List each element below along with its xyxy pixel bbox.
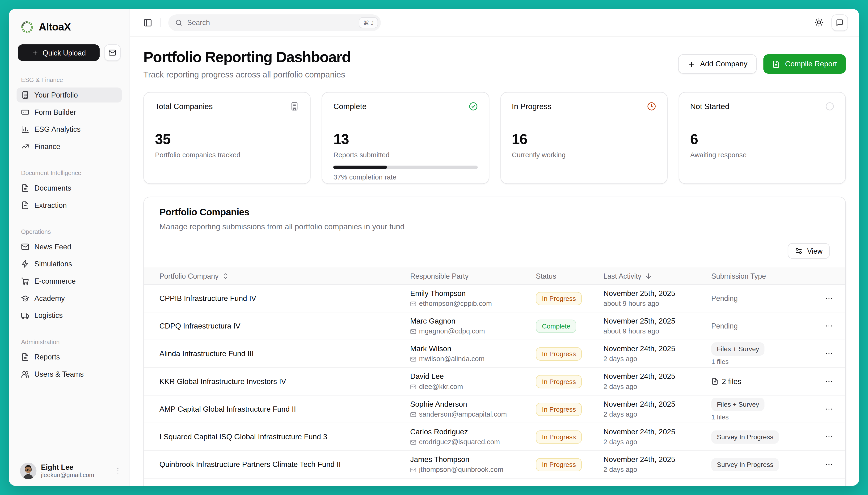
table-row[interactable]: Copenhagen Infrastructure Partners VI La… <box>144 479 845 486</box>
search-icon <box>175 19 183 27</box>
file-text-icon <box>773 60 780 68</box>
app-title: AltoaX <box>39 21 71 33</box>
stat-value: 13 <box>334 131 477 148</box>
quick-upload-label: Quick Upload <box>43 48 86 57</box>
sidebar-item-label: Form Builder <box>34 108 76 116</box>
sidebar-item-logistics[interactable]: Logistics <box>17 308 122 323</box>
page-subtitle: Track reporting progress across all port… <box>143 70 351 79</box>
cart-icon <box>21 277 29 285</box>
trending-up-icon <box>21 142 29 151</box>
plus-icon <box>687 60 695 68</box>
table-row[interactable]: Quinbrook Infrastructure Partners Climat… <box>144 451 845 478</box>
submission-type-pill: Survey In Progress <box>711 485 779 486</box>
sidebar-item-label: News Feed <box>34 242 71 251</box>
user-profile[interactable]: Eight Lee jleekun@gmail.com <box>17 463 122 479</box>
sidebar-item-simulations[interactable]: Simulations <box>17 256 122 271</box>
mail-icon <box>21 242 29 251</box>
sidebar-item-form-builder[interactable]: Form Builder <box>17 105 122 119</box>
sidebar-item-label: Extraction <box>34 201 67 209</box>
status-badge: In Progress <box>536 347 582 360</box>
stat-label: In Progress <box>512 102 551 111</box>
column-header-status[interactable]: Status <box>536 272 603 280</box>
stat-caption: Reports submitted <box>334 151 477 159</box>
sidebar-item-finance[interactable]: Finance <box>17 139 122 154</box>
profile-menu-button[interactable] <box>114 467 122 475</box>
sidebar-item-label: Logistics <box>34 311 63 320</box>
sidebar-item-your-portfolio[interactable]: Your Portfolio <box>17 88 122 102</box>
sliders-icon <box>795 247 803 255</box>
row-actions-button[interactable] <box>805 294 845 303</box>
table-row[interactable]: CPPIB Infrastructure Fund IV Emily Thomp… <box>144 285 845 312</box>
search-input[interactable]: Search ⌘ J <box>168 14 381 31</box>
stat-value: 35 <box>155 131 299 148</box>
sidebar-item-label: Academy <box>34 294 65 303</box>
mail-icon <box>410 411 416 417</box>
status-badge: In Progress <box>536 458 582 471</box>
sidebar-item-reports[interactable]: Reports <box>17 349 122 364</box>
row-actions-button[interactable] <box>805 349 845 358</box>
submission-files-count: 1 files <box>711 358 729 365</box>
avatar <box>20 463 36 479</box>
row-actions-button[interactable] <box>805 322 845 330</box>
file-text-icon <box>711 378 719 385</box>
profile-email: jleekun@gmail.com <box>41 472 94 478</box>
sidebar-item-documents[interactable]: Documents <box>17 181 122 195</box>
completion-rate-caption: 37% completion rate <box>334 173 477 181</box>
feedback-button[interactable] <box>831 14 848 31</box>
status-badge: In Progress <box>536 430 582 443</box>
column-header-submission-type[interactable]: Submission Type <box>711 272 805 280</box>
column-header-last-activity[interactable]: Last Activity <box>603 272 711 280</box>
row-actions-button[interactable] <box>805 433 845 441</box>
main-area: Search ⌘ J Portfolio Reporting Dashboard… <box>130 9 859 486</box>
sidebar-item-label: Documents <box>34 184 71 192</box>
row-actions-button[interactable] <box>805 405 845 413</box>
mail-icon <box>410 301 416 307</box>
submission-type-pill: Survey In Progress <box>711 430 779 443</box>
table-row[interactable]: Alinda Infrastructure Fund III Mark Wils… <box>144 340 845 368</box>
building-icon <box>290 102 299 111</box>
submission-type-pill: Files + Survey <box>711 397 765 411</box>
row-actions-button[interactable] <box>805 460 845 468</box>
clock-icon <box>647 102 656 111</box>
app-frame: AltoaX Quick Upload ESG & Finance Your P… <box>0 0 868 495</box>
submission-files: 2 files <box>711 377 805 386</box>
compile-report-button[interactable]: Compile Report <box>763 54 846 74</box>
column-header-responsible-party[interactable]: Responsible Party <box>410 272 536 280</box>
file-text-icon <box>21 201 29 209</box>
table-row[interactable]: KKR Global Infrastructure Investors IV D… <box>144 368 845 395</box>
sidebar-item-esg-analytics[interactable]: ESG Analytics <box>17 122 122 137</box>
table-subtitle: Manage reporting submissions from all po… <box>144 222 845 231</box>
sidebar: AltoaX Quick Upload ESG & Finance Your P… <box>9 9 130 486</box>
stat-card-in-progress: In Progress 16 Currently working <box>500 92 668 184</box>
theme-toggle-button[interactable] <box>814 18 823 27</box>
table-row[interactable]: AMP Capital Global Infrastructure Fund I… <box>144 396 845 423</box>
sidebar-item-news-feed[interactable]: News Feed <box>17 239 122 254</box>
mail-icon <box>410 356 416 362</box>
search-shortcut-badge: ⌘ J <box>359 17 378 28</box>
mail-icon <box>109 49 116 56</box>
profile-name: Eight Lee <box>41 463 94 472</box>
table-row[interactable]: CDPQ Infraestructura IV Marc Gagnon mgag… <box>144 312 845 340</box>
sidebar-item-users-teams[interactable]: Users & Teams <box>17 367 122 382</box>
sidebar-item-academy[interactable]: Academy <box>17 291 122 306</box>
submission-type-pill: Survey In Progress <box>711 458 779 471</box>
status-badge: In Progress <box>536 375 582 388</box>
stat-caption: Awaiting response <box>690 151 834 159</box>
stat-card-total-companies: Total Companies 35 Portfolio companies t… <box>143 92 311 184</box>
inbox-button[interactable] <box>104 45 121 61</box>
table-row[interactable]: I Squared Capital ISQ Global Infrastruct… <box>144 423 845 451</box>
column-header-portfolio-company[interactable]: Portfolio Company <box>160 272 410 280</box>
sort-chevrons-icon <box>222 273 229 279</box>
add-company-button[interactable]: Add Company <box>678 54 757 74</box>
brand: AltoaX <box>17 20 122 34</box>
mail-icon <box>410 328 416 335</box>
sidebar-item-ecommerce[interactable]: E-commerce <box>17 274 122 289</box>
quick-upload-button[interactable]: Quick Upload <box>18 45 100 61</box>
row-actions-button[interactable] <box>805 377 845 386</box>
sidebar-toggle-button[interactable] <box>143 18 153 27</box>
sidebar-item-extraction[interactable]: Extraction <box>17 198 122 212</box>
view-button[interactable]: View <box>788 243 830 259</box>
circle-icon <box>825 102 834 111</box>
sidebar-item-label: Finance <box>34 142 60 151</box>
sort-desc-icon <box>645 273 652 279</box>
